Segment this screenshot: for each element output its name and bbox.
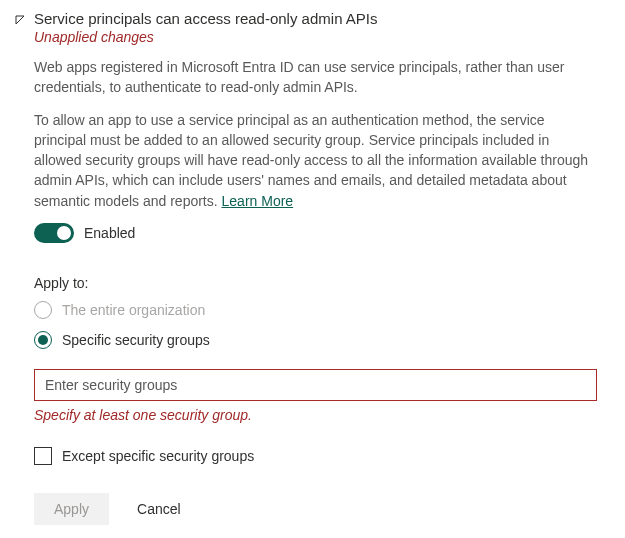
setting-title: Service principals can access read-only …: [34, 10, 597, 27]
apply-to-label: Apply to:: [34, 275, 597, 291]
enabled-toggle-row: Enabled: [34, 223, 597, 243]
apply-to-section: Apply to: The entire organization Specif…: [34, 275, 597, 465]
enabled-toggle[interactable]: [34, 223, 74, 243]
setting-description: Web apps registered in Microsoft Entra I…: [34, 57, 597, 211]
radio-selected-icon: [38, 335, 48, 345]
learn-more-link[interactable]: Learn More: [222, 193, 294, 209]
collapse-icon[interactable]: [14, 13, 26, 29]
description-paragraph: Web apps registered in Microsoft Entra I…: [34, 57, 597, 98]
apply-button[interactable]: Apply: [34, 493, 109, 525]
setting-panel: Service principals can access read-only …: [0, 10, 625, 525]
checkbox-label: Except specific security groups: [62, 448, 254, 464]
unapplied-changes-label: Unapplied changes: [34, 29, 597, 45]
security-groups-input[interactable]: [34, 369, 597, 401]
description-paragraph: To allow an app to use a service princip…: [34, 110, 597, 211]
button-row: Apply Cancel: [34, 493, 597, 525]
radio-icon: [34, 331, 52, 349]
radio-entire-organization: The entire organization: [34, 301, 597, 319]
cancel-button[interactable]: Cancel: [133, 493, 185, 525]
radio-label: The entire organization: [62, 302, 205, 318]
validation-message: Specify at least one security group.: [34, 407, 597, 423]
radio-label: Specific security groups: [62, 332, 210, 348]
toggle-thumb: [57, 226, 71, 240]
except-specific-groups-checkbox[interactable]: Except specific security groups: [34, 447, 597, 465]
radio-specific-security-groups[interactable]: Specific security groups: [34, 331, 597, 349]
setting-header: Service principals can access read-only …: [14, 10, 597, 45]
radio-icon: [34, 301, 52, 319]
enabled-toggle-label: Enabled: [84, 225, 135, 241]
checkbox-icon: [34, 447, 52, 465]
